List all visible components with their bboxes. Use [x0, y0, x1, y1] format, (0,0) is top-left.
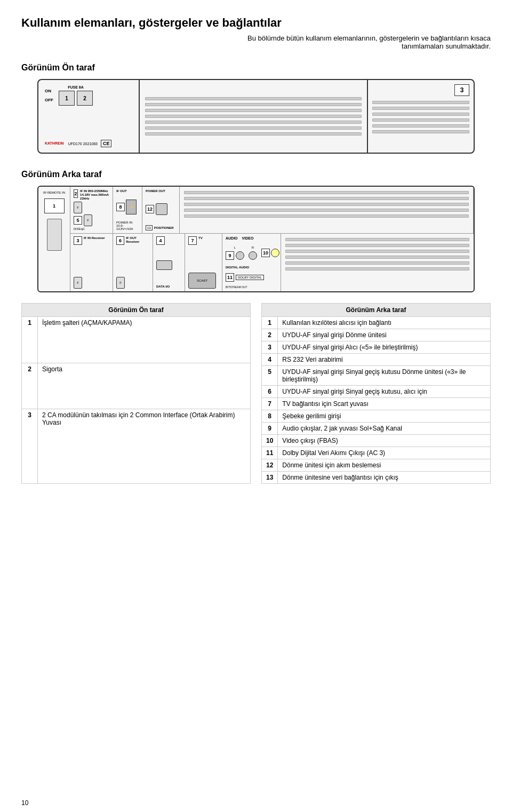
table-row: 3UYDU-AF sinyal girişi Alıcı («5» ile bi…: [262, 341, 491, 354]
back-table-header: Görünüm Arka taraf: [262, 304, 491, 317]
row-desc: UYDU-AF sinyal girişi Dönme ünitesi: [278, 329, 491, 341]
front-table-header: Görünüm Ön taraf: [22, 304, 251, 317]
video-label: VIDEO: [242, 236, 254, 240]
row-num: 2: [262, 329, 278, 341]
table-row: 32 CA modülünün takılması için 2 Common …: [22, 409, 251, 484]
row-num: 4: [262, 354, 278, 366]
row-num: 1: [262, 317, 278, 329]
power-in-label: POWER IN 10,9-13,8V=/10A: [116, 221, 139, 230]
row-desc: UYDU-AF sinyal girişi Sinyal geçiş kutus…: [278, 366, 491, 386]
av-section: AUDIO VIDEO L 9 R: [222, 234, 281, 291]
audio-r-jack: [249, 251, 257, 260]
data-io-section: 4 DATA I/O: [153, 234, 185, 291]
power-out-label: POWER OUT: [146, 189, 176, 193]
back-view-title: Görünüm Arka taraf: [21, 170, 491, 179]
row-desc: Audio çıkışlar, 2 jak yuvası Sol+Sağ Kan…: [278, 423, 491, 435]
on-off-label: ON OFF: [45, 88, 53, 103]
l-label: L: [234, 246, 236, 249]
table-row: 12Dönme ünitesi için akım beslemesi: [262, 459, 491, 472]
table-row: 2Sigorta: [22, 363, 251, 409]
row-desc: Dönme ünitesi için akım beslemesi: [278, 459, 491, 472]
front-view-title: Görünüm Ön taraf: [21, 63, 491, 73]
if-out-label: IF OUT: [116, 189, 139, 193]
scart-port: SCART: [188, 273, 216, 289]
ce-mark: CE: [101, 140, 112, 147]
front-info-table: Görünüm Ön taraf 1İşletim şalteri (AÇMA/…: [21, 303, 251, 484]
remote-in-label: IR REMOTE IN: [43, 191, 65, 195]
back-bottom-row: 3 IF IN Receiver F 6 IF OUT Receiver F 4: [70, 234, 474, 291]
num-13: 13: [146, 225, 153, 230]
table-row: 13Dönme ünitesine veri bağlantısı için ç…: [262, 472, 491, 484]
row-desc: TV bağlantısı için Scart yuvası: [278, 398, 491, 410]
front-device-diagram: ON OFF FUSE 8A 1 2 KATHREIN UFD170 20210…: [37, 79, 475, 154]
r-label: R: [252, 246, 254, 249]
page-number: 10: [21, 799, 28, 807]
if-in-connector: F: [74, 202, 82, 213]
row-num: 13: [262, 472, 278, 484]
remote-connector: [47, 219, 62, 251]
table-row: 1İşletim şalteri (AÇMA/KAPAMA): [22, 317, 251, 363]
row-desc: RS 232 Veri arabirimi: [278, 354, 491, 366]
page-title: Kullanım elemanları, göstergeler ve bağl…: [21, 16, 491, 30]
front-right-panel: 3: [367, 80, 474, 153]
fuse-label: FUSE 8A: [68, 85, 84, 89]
audio-label: AUDIO: [226, 236, 238, 240]
row-desc: Dönme ünitesine veri bağlantısı için çık…: [278, 472, 491, 484]
audio-l-jack: [236, 251, 244, 260]
dolby-label: DOLBY DIGITAL: [236, 275, 264, 280]
table-row: 2UYDU-AF sinyal girişi Dönme ünitesi: [262, 329, 491, 341]
table-row: 6UYDU-AF sinyal girişi Sinyal geçiş kutu…: [262, 386, 491, 398]
if-in-receiver-section: 3 IF IN Receiver F: [70, 234, 113, 291]
row-num: 8: [262, 410, 278, 423]
if-in-label: IF IN 950-2350MHz 14.18V max.500mA 22kHz: [80, 189, 109, 201]
row-desc: Kullanılan kızılötesi alıcısı için bağla…: [278, 317, 491, 329]
power-out-port: [156, 203, 167, 215]
row-desc: Şebeke gerilimi girişi: [278, 410, 491, 423]
back-top-vent: [180, 187, 474, 233]
table-row: 5UYDU-AF sinyal girişi Sinyal geçiş kutu…: [262, 366, 491, 386]
power-out-section: POWER OUT 12 13 POSITIONER: [142, 187, 180, 233]
front-left-panel: ON OFF FUSE 8A 1 2 KATHREIN UFD170 20210…: [38, 80, 140, 153]
table-row: 11Dolby Dijital Veri Akımı Çıkışı (AC 3): [262, 447, 491, 459]
positioner-label: POSITIONER: [154, 226, 174, 229]
switch-box-2: 2: [77, 91, 93, 106]
front-vent-lines: [145, 97, 362, 136]
table-row: 1Kullanılan kızılötesi alıcısı için bağl…: [262, 317, 491, 329]
row-desc: İşletim şalteri (AÇMA/KAPAMA): [38, 317, 251, 363]
table-row: 9Audio çıkışlar, 2 jak yuvası Sol+Sağ Ka…: [262, 423, 491, 435]
digital-audio-label: DIGITAL AUDIO: [226, 266, 277, 269]
num-3-badge: 3: [454, 84, 469, 96]
row-num: 1: [22, 317, 38, 363]
row-num: 3: [262, 341, 278, 354]
back-device-diagram: IR REMOTE IN 1 2 IF IN 950-2350MHz 14.18…: [37, 186, 475, 292]
back-info-table: Görünüm Arka taraf 1Kullanılan kızılötes…: [261, 303, 491, 484]
row-desc: UYDU-AF sinyal girişi Sinyal geçiş kutus…: [278, 386, 491, 398]
back-top-row: 2 IF IN 950-2350MHz 14.18V max.500mA 22k…: [70, 187, 474, 234]
row-num: 12: [262, 459, 278, 472]
brand-row: KATHREIN UFD170 2021083 CE: [45, 140, 132, 147]
model-label: UFD170 2021083: [68, 142, 98, 146]
row-desc: UYDU-AF sinyal girişi Alıcı («5» ile bir…: [278, 341, 491, 354]
tables-container: Görünüm Ön taraf 1İşletim şalteri (AÇMA/…: [21, 303, 491, 484]
brand-name: KATHREIN: [45, 141, 64, 146]
data-io-port: [156, 260, 172, 270]
row-num: 5: [262, 366, 278, 386]
back-bottom-vent: [281, 234, 474, 291]
table-row: 4RS 232 Veri arabirimi: [262, 354, 491, 366]
row-desc: Video çıkışı (FBAS): [278, 435, 491, 447]
switch-box-1: 1: [59, 91, 75, 106]
scart-section: 7 TV SCART: [185, 234, 222, 291]
row-desc: Dolby Dijital Veri Akımı Çıkışı (AC 3): [278, 447, 491, 459]
row-num: 2: [22, 363, 38, 409]
row-desc: Sigorta: [38, 363, 251, 409]
row-num: 11: [262, 447, 278, 459]
row-num: 7: [262, 398, 278, 410]
row-num: 6: [262, 386, 278, 398]
row-num: 3: [22, 409, 38, 484]
row-num: 9: [262, 423, 278, 435]
front-center-panel: [140, 80, 367, 153]
back-far-left: IR REMOTE IN 1: [38, 187, 70, 291]
row-num: 10: [262, 435, 278, 447]
video-rca: [271, 249, 279, 257]
table-row: 7TV bağlantısı için Scart yuvası: [262, 398, 491, 410]
